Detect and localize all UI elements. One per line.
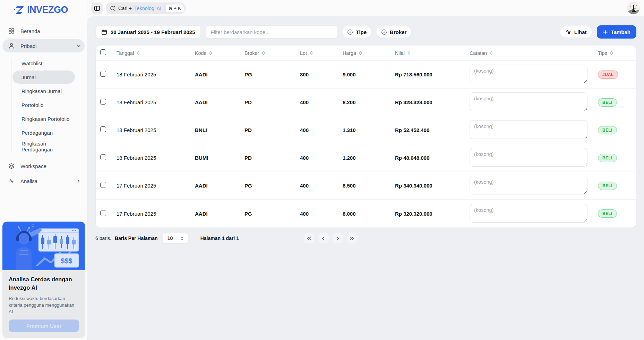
row-checkbox[interactable] xyxy=(100,126,106,132)
catatan-textarea[interactable] xyxy=(470,204,587,223)
sidebar-sub-item[interactable]: Jurnal xyxy=(12,71,75,84)
kode-filter-input[interactable] xyxy=(205,25,338,39)
view-options-button[interactable]: Lihat xyxy=(560,26,592,38)
catatan-textarea[interactable] xyxy=(470,148,587,167)
sidebar-item-label: Analisa xyxy=(20,178,37,184)
table-row: 18 Februari 2025 AADI PG 800 9.000 Rp 71… xyxy=(96,61,636,89)
table-header-row: Tanggal Kode Broker Lot Harga Nilai xyxy=(96,45,636,61)
row-checkbox[interactable] xyxy=(100,71,106,77)
cell-kode: AADI xyxy=(192,211,242,217)
table-row: 18 Februari 2025 AADI PD 400 8.200 Rp 32… xyxy=(96,89,636,116)
tipe-badge: BELI xyxy=(598,126,617,134)
tipe-badge: JUAL xyxy=(598,71,618,79)
cell-broker: PD xyxy=(242,127,297,133)
row-checkbox[interactable] xyxy=(100,154,106,160)
sidebar-sub-item-label: Ringkasan Perdagangan xyxy=(22,141,75,152)
row-checkbox[interactable] xyxy=(100,99,106,105)
sidebar-toggle-button[interactable] xyxy=(91,2,103,14)
column-header-broker[interactable]: Broker xyxy=(242,50,297,56)
chevrons-right-icon xyxy=(349,236,354,241)
cell-nilai: Rp 48.048.000 xyxy=(392,155,467,161)
per-page-label: Baris Per Halaman xyxy=(115,235,158,241)
per-page-select[interactable]: 10 xyxy=(162,233,188,243)
chevron-up-down-icon xyxy=(180,236,184,241)
catatan-textarea[interactable] xyxy=(470,176,587,194)
cell-kode: AADI xyxy=(192,183,242,189)
sidebar-sub-item[interactable]: Ringkasan Jurnal xyxy=(12,84,75,98)
sidebar-sub-item-label: Ringkasan Jurnal xyxy=(22,88,62,94)
calendar-icon xyxy=(101,29,107,35)
first-page-button[interactable] xyxy=(304,233,315,243)
select-all-checkbox[interactable] xyxy=(100,49,106,55)
tipe-filter-button[interactable]: Tipe xyxy=(342,26,372,38)
sidebar-sub-item[interactable]: Watchlist xyxy=(12,57,75,70)
sidebar-sub-item-label: Perdagangan xyxy=(22,130,53,136)
sidebar-item-analisa[interactable]: Analisa xyxy=(2,174,85,188)
column-header-catatan[interactable]: Catatan xyxy=(467,50,595,56)
catatan-textarea[interactable] xyxy=(470,65,587,83)
cell-lot: 400 xyxy=(297,99,340,105)
previous-page-button[interactable] xyxy=(318,233,329,243)
catatan-textarea[interactable] xyxy=(470,120,587,139)
date-range-button[interactable]: 20 Januari 2025 - 19 Februari 2025 xyxy=(95,25,201,39)
column-header-tanggal[interactable]: Tanggal xyxy=(114,50,192,56)
circle-plus-icon xyxy=(347,29,353,35)
sidebar-item-beranda[interactable]: Beranda xyxy=(2,24,85,38)
column-header-harga[interactable]: Harga xyxy=(340,50,392,56)
sidebar-item-pribadi[interactable]: Pribadi xyxy=(2,39,85,52)
sidebar-sub-item[interactable]: Portofolio xyxy=(12,98,75,111)
tipe-badge: BELI xyxy=(598,154,617,162)
sort-icon xyxy=(489,51,493,55)
table-row: 17 Februari 2025 AADI PG 400 8.500 Rp 34… xyxy=(96,172,636,200)
layers-icon xyxy=(8,163,15,169)
user-icon xyxy=(8,43,15,49)
topbar: Cari + Teknologi AI ⌘ + K xyxy=(87,0,644,16)
add-entry-button[interactable]: Tambah xyxy=(597,25,636,39)
sidebar-pribadi-submenu: Watchlist Jurnal Ringkasan Jurnal Portof… xyxy=(2,54,85,155)
row-checkbox[interactable] xyxy=(100,182,106,188)
cell-nilai: Rp 320.320.000 xyxy=(392,211,467,217)
panel-left-icon xyxy=(94,5,100,11)
catatan-textarea[interactable] xyxy=(470,92,587,111)
column-header-tipe[interactable]: Tipe xyxy=(595,50,636,56)
sidebar-sub-item[interactable]: Ringkasan Perdagangan xyxy=(12,140,75,153)
column-header-lot[interactable]: Lot xyxy=(297,50,340,56)
cell-tanggal: 18 Februari 2025 xyxy=(114,155,192,161)
sidebar-item-label: Workspace xyxy=(20,163,46,169)
cell-harga: 9.000 xyxy=(340,72,392,77)
sidebar-item-workspace[interactable]: Workspace xyxy=(2,159,85,173)
cell-lot: 400 xyxy=(297,127,340,133)
toolbar: 20 Januari 2025 - 19 Februari 2025 Tipe … xyxy=(95,25,636,39)
broker-filter-button[interactable]: Broker xyxy=(376,26,412,38)
cell-harga: 1.310 xyxy=(340,127,392,133)
tipe-badge: BELI xyxy=(598,98,617,107)
last-page-button[interactable] xyxy=(347,233,357,243)
cell-tanggal: 17 Februari 2025 xyxy=(114,183,192,189)
user-avatar[interactable] xyxy=(627,2,639,14)
promo-description: Reduksi waktu berdasarkan kriteria pengg… xyxy=(9,295,79,315)
premium-user-button[interactable]: Premium User xyxy=(9,320,79,332)
add-entry-label: Tambah xyxy=(611,29,630,35)
sidebar-sub-item-label: Watchlist xyxy=(22,60,42,66)
sort-icon xyxy=(407,51,411,55)
sidebar-sub-item[interactable]: Perdagangan xyxy=(12,126,75,139)
cell-harga: 1.200 xyxy=(340,155,392,161)
sidebar-sub-item[interactable]: Ringkasan Portofolio xyxy=(12,112,75,125)
cell-tanggal: 17 Februari 2025 xyxy=(114,211,192,217)
column-header-kode[interactable]: Kode xyxy=(192,50,242,56)
table-row: 18 Februari 2025 BUMI PD 400 1.200 Rp 48… xyxy=(96,144,636,172)
promo-title: Analisa Cerdas dengan Invezgo AI xyxy=(9,275,79,292)
global-search[interactable]: Cari + Teknologi AI ⌘ + K xyxy=(106,2,186,14)
cell-lot: 400 xyxy=(297,183,340,189)
chevron-right-icon xyxy=(335,236,340,241)
next-page-button[interactable] xyxy=(333,233,343,243)
svg-text:$$$: $$$ xyxy=(61,257,72,265)
column-header-nilai[interactable]: Nilai xyxy=(392,50,467,56)
cell-kode: AADI xyxy=(192,72,242,77)
row-checkbox[interactable] xyxy=(100,210,106,216)
tipe-filter-label: Tipe xyxy=(356,29,367,35)
cell-broker: PD xyxy=(242,155,297,161)
sort-icon xyxy=(309,51,314,55)
sort-icon xyxy=(136,51,140,55)
cell-harga: 8.500 xyxy=(340,183,392,189)
